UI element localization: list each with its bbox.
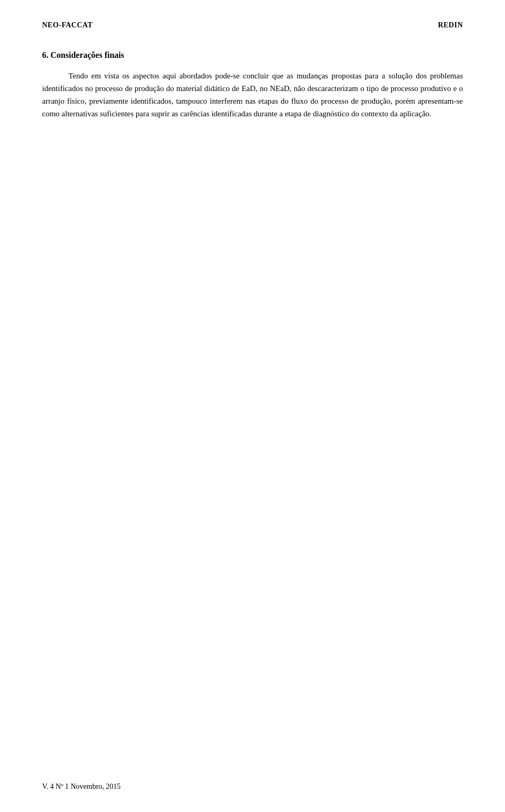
body-paragraph: Tendo em vista os aspectos aqui abordado… [42,69,463,120]
section-title: 6. Considerações finais [42,51,463,60]
header-left-label: NEO-FACCAT [42,21,93,29]
page-footer: V. 4 Nº 1 Novembro, 2015 [42,783,120,791]
page-header: NEO-FACCAT REDIN [42,21,463,29]
page: NEO-FACCAT REDIN 6. Considerações finais… [0,0,505,812]
header-right-label: REDIN [438,21,463,29]
